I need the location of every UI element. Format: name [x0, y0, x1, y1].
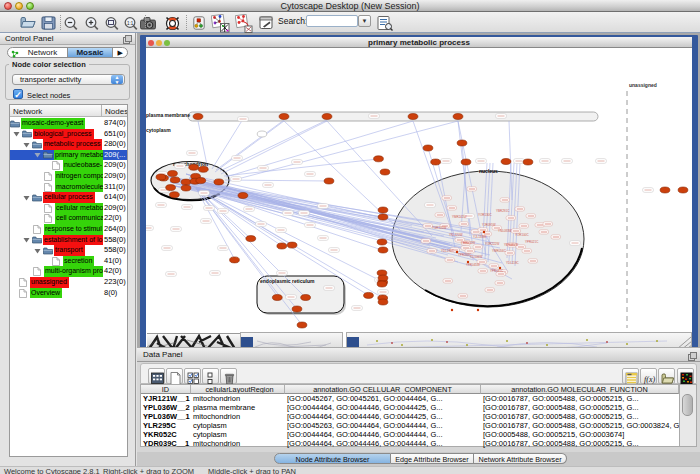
svg-text:YPR011C: YPR011C	[490, 269, 504, 273]
svg-text:YFR045W: YFR045W	[466, 263, 480, 267]
svg-text:unassigned: unassigned	[629, 82, 657, 88]
svg-text:YHR002W: YHR002W	[461, 241, 475, 245]
svg-text:YOR100C: YOR100C	[515, 233, 530, 237]
svg-text:YNL083W: YNL083W	[498, 229, 512, 233]
svg-text:YJR095W: YJR095W	[482, 223, 496, 227]
svg-text:YBR085W: YBR085W	[504, 243, 518, 247]
svg-text:YIL006W: YIL006W	[470, 255, 483, 259]
svg-text:YJL133W: YJL133W	[473, 235, 486, 239]
svg-text:nucleus: nucleus	[479, 168, 498, 174]
svg-text:YMR056C: YMR056C	[492, 249, 507, 253]
svg-text:YBR291C: YBR291C	[496, 209, 510, 213]
svg-text:f(x): f(x)	[644, 374, 655, 383]
svg-text:plasma membrane: plasma membrane	[146, 112, 190, 118]
svg-text:YPR021C: YPR021C	[525, 240, 539, 244]
svg-text:endoplasmic reticulum: endoplasmic reticulum	[260, 278, 315, 284]
svg-text:YDL119C: YDL119C	[506, 261, 520, 265]
svg-text:YDL198C: YDL198C	[441, 249, 455, 253]
svg-text:1:1: 1:1	[127, 21, 134, 26]
svg-text:YOR130C: YOR130C	[478, 213, 493, 217]
svg-text:YOR222W: YOR222W	[485, 242, 500, 246]
svg-text:cytoplasm: cytoplasm	[146, 127, 171, 133]
svg-text:YMR241W: YMR241W	[452, 215, 467, 219]
svg-text:YKL120W: YKL120W	[449, 233, 463, 237]
svg-text:YGR125W: YGR125W	[432, 226, 447, 230]
